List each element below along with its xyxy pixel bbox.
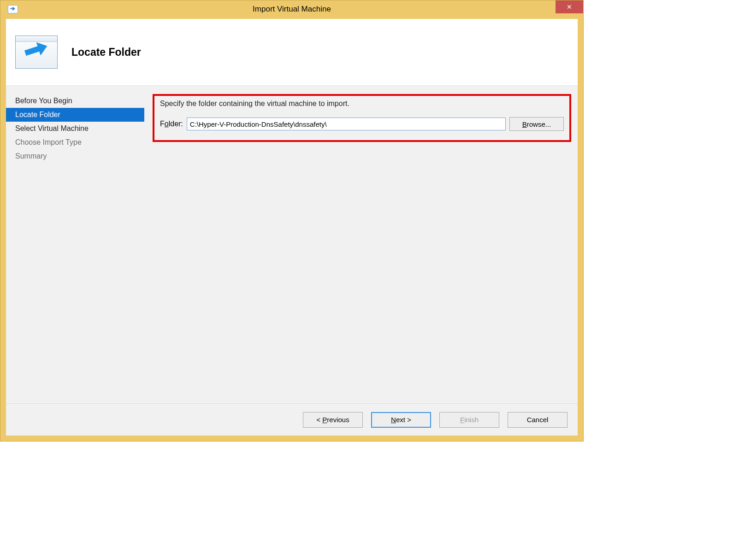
step-locate-folder[interactable]: Locate Folder xyxy=(6,108,144,122)
step-choose-import-type: Choose Import Type xyxy=(6,136,144,149)
wizard-footer: < Previous Next > Finish Cancel xyxy=(6,403,578,436)
title-bar: Import Virtual Machine ✕ xyxy=(0,0,583,18)
close-icon: ✕ xyxy=(567,3,572,11)
instruction-text: Specify the folder containing the virtua… xyxy=(160,100,564,108)
content-row: Before You Begin Locate Folder Select Vi… xyxy=(6,86,578,403)
folder-input[interactable] xyxy=(187,118,506,130)
page-title: Locate Folder xyxy=(71,46,141,59)
main-pane: Specify the folder containing the virtua… xyxy=(144,86,578,403)
step-select-virtual-machine[interactable]: Select Virtual Machine xyxy=(6,122,144,136)
browse-button[interactable]: Browse... xyxy=(509,117,564,131)
wizard-window: Import Virtual Machine ✕ Locate Folder B… xyxy=(0,0,584,442)
wizard-steps: Before You Begin Locate Folder Select Vi… xyxy=(6,86,144,403)
import-arrow-icon xyxy=(15,35,58,69)
folder-label: Folder: xyxy=(160,120,183,128)
window-title: Import Virtual Machine xyxy=(0,5,583,14)
step-before-you-begin[interactable]: Before You Begin xyxy=(6,94,144,108)
close-button[interactable]: ✕ xyxy=(556,0,583,13)
header-band: Locate Folder xyxy=(6,19,578,86)
app-icon xyxy=(8,5,18,13)
step-summary: Summary xyxy=(6,149,144,163)
previous-button[interactable]: < Previous xyxy=(303,412,363,428)
cancel-button[interactable]: Cancel xyxy=(508,412,568,428)
highlight-annotation: Specify the folder containing the virtua… xyxy=(153,94,571,142)
next-button[interactable]: Next > xyxy=(371,412,431,428)
folder-row: Folder: Browse... xyxy=(160,117,564,131)
window-body: Locate Folder Before You Begin Locate Fo… xyxy=(6,19,578,436)
finish-button: Finish xyxy=(439,412,499,428)
